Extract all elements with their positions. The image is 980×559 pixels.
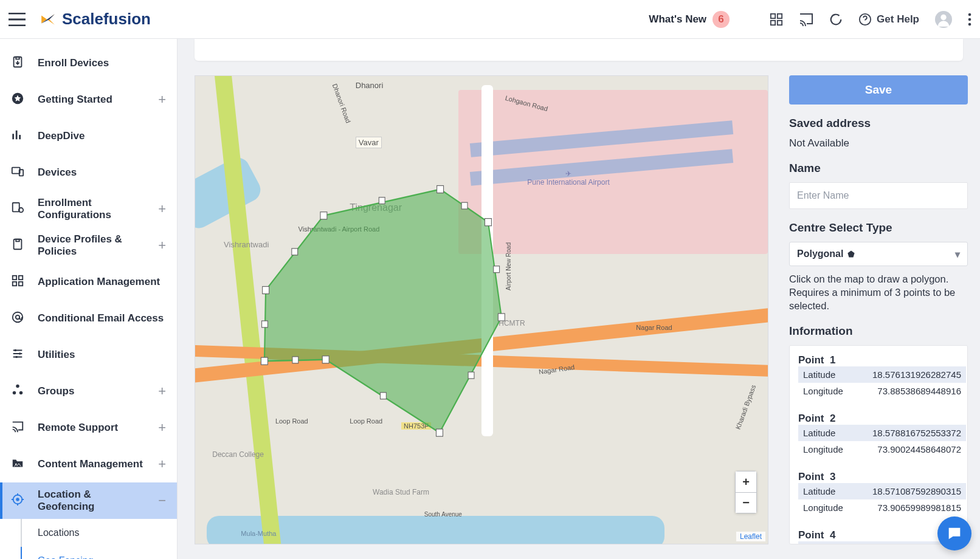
clipboard-icon: [11, 238, 24, 254]
svg-point-6: [940, 14, 946, 19]
sidebar-item-label: Application Management: [38, 276, 160, 288]
apps-icon[interactable]: [770, 13, 783, 26]
sidebar-item-getting-started[interactable]: Getting Started +: [0, 81, 177, 118]
sidebar-item-label: Getting Started: [38, 94, 112, 106]
sidebar-sub-geo-fencing[interactable]: Geo Fencing: [21, 547, 177, 559]
zoom-in-button[interactable]: +: [736, 472, 756, 492]
plus-icon: +: [158, 92, 166, 108]
whats-new-label: What's New: [649, 13, 706, 26]
saved-address-value: Not Available: [789, 137, 968, 149]
sidebar-item-label: Remote Support: [38, 422, 118, 434]
nodes-icon: [11, 383, 24, 400]
plus-icon: +: [158, 420, 166, 436]
whats-new-link[interactable]: What's New 6: [649, 11, 730, 28]
svg-point-28: [19, 391, 23, 394]
brand-logo[interactable]: Scalefusion: [40, 10, 151, 29]
sidebar-item-devices[interactable]: Devices: [0, 154, 177, 191]
sidebar-item-groups[interactable]: Groups +: [0, 373, 177, 410]
svg-point-8: [968, 18, 971, 21]
point-title: Point 3: [798, 471, 966, 483]
map-attribution[interactable]: Leaflet: [736, 532, 765, 541]
sidebar-item-enrollment-configurations[interactable]: Enrollment Configurations +: [0, 191, 177, 227]
geofence-panel: Save Saved address Not Available Name Ce…: [789, 75, 974, 544]
sidebar-item-label: Conditional Email Access: [38, 312, 164, 324]
centre-type-heading: Centre Select Type: [789, 221, 968, 235]
chat-fab[interactable]: [937, 516, 971, 550]
brand-name: Scalefusion: [62, 10, 151, 29]
point-lng-row: Longitude73.90024458648072: [798, 441, 966, 458]
svg-rect-18: [19, 275, 22, 279]
sidebar-item-device-profiles-policies[interactable]: Device Profiles & Policies +: [0, 227, 177, 264]
apps-icon: [11, 274, 24, 290]
point-lng-row: Longitude73.90659989981815: [798, 499, 966, 516]
name-heading: Name: [789, 162, 968, 175]
svg-point-24: [19, 352, 21, 355]
chevron-down-icon: ▾: [955, 249, 960, 260]
account-avatar[interactable]: [935, 11, 952, 28]
svg-rect-3: [778, 20, 782, 24]
svg-rect-1: [778, 13, 782, 18]
star-circle-icon: [11, 92, 24, 108]
zoom-out-button[interactable]: −: [736, 492, 756, 513]
sidebar-item-label: Device Profiles & Policies: [38, 233, 145, 258]
svg-point-27: [13, 391, 16, 394]
sidebar-sub-locations[interactable]: Locations: [21, 519, 177, 547]
refresh-icon[interactable]: [829, 13, 843, 26]
centre-helper-text: Click on the map to draw a polygon. Requ…: [789, 272, 968, 312]
cast-icon: [11, 420, 24, 436]
geofence-name-input[interactable]: [789, 182, 968, 209]
get-help-label: Get Help: [877, 13, 919, 26]
sidebar-item-label: Devices: [38, 166, 77, 179]
sidebar-item-conditional-email-access[interactable]: Conditional Email Access: [0, 300, 177, 337]
sidebar-item-deepdive[interactable]: DeepDive: [0, 118, 177, 154]
saved-address-heading: Saved address: [789, 117, 968, 130]
cast-icon[interactable]: [799, 13, 813, 26]
bar-chart-icon: [11, 128, 24, 145]
svg-point-21: [13, 312, 23, 322]
sidebar-item-application-management[interactable]: Application Management: [0, 264, 177, 300]
sidebar-item-label: Enrollment Configurations: [38, 197, 145, 221]
svg-point-31: [16, 498, 19, 501]
centre-type-select[interactable]: Polygonal ▾: [789, 242, 968, 266]
sidebar-item-remote-support[interactable]: Remote Support +: [0, 410, 177, 446]
get-help-link[interactable]: Get Help: [858, 13, 919, 26]
point-title: Point 2: [798, 413, 966, 425]
at-sign-icon: [11, 310, 24, 327]
svg-point-25: [15, 355, 18, 358]
minus-icon: −: [158, 493, 166, 509]
point-lat-row: Latitude18.576131926282745: [798, 366, 966, 383]
information-heading: Information: [789, 324, 968, 338]
config-icon: [11, 201, 24, 218]
sidebar-item-location-geofencing[interactable]: Location & Geofencing −: [0, 482, 177, 519]
svg-rect-17: [13, 275, 16, 279]
save-button[interactable]: Save: [789, 75, 968, 105]
sidebar-item-label: Enroll Devices: [38, 57, 109, 69]
sidebar-item-enroll-devices[interactable]: Enroll Devices: [0, 45, 177, 81]
whats-new-badge: 6: [713, 11, 730, 28]
kebab-menu[interactable]: [968, 13, 971, 26]
pentagon-icon: [847, 250, 855, 258]
map-canvas[interactable]: Dhanori Vavar Dhanori Road Lohgaon Road …: [195, 75, 768, 544]
sidebar-item-content-management[interactable]: Content Management +: [0, 446, 177, 482]
svg-point-7: [968, 13, 971, 16]
points-list[interactable]: Point 1 Latitude18.576131926282745 Longi…: [789, 345, 968, 544]
scalefusion-icon: [40, 12, 56, 27]
plus-icon: +: [158, 383, 166, 399]
menu-toggle[interactable]: [9, 13, 26, 26]
point-block: Point 1 Latitude18.576131926282745 Longi…: [798, 354, 966, 399]
point-block: Point 3 Latitude18.571087592890315 Longi…: [798, 471, 966, 516]
map-zoom-controls: + −: [735, 471, 757, 513]
sidebar-item-label: Utilities: [38, 349, 75, 361]
tune-icon: [11, 347, 24, 363]
svg-point-23: [15, 349, 17, 351]
point-title: Point 1: [798, 354, 966, 366]
svg-point-26: [16, 384, 19, 388]
target-icon: [11, 493, 24, 509]
svg-rect-19: [13, 281, 16, 285]
point-lng-row: Longitude73.88538689448916: [798, 383, 966, 399]
svg-rect-20: [19, 281, 22, 285]
chat-icon: [946, 525, 963, 542]
svg-rect-0: [771, 13, 775, 18]
sidebar-item-label: Content Management: [38, 458, 143, 470]
sidebar-item-utilities[interactable]: Utilities: [0, 337, 177, 373]
